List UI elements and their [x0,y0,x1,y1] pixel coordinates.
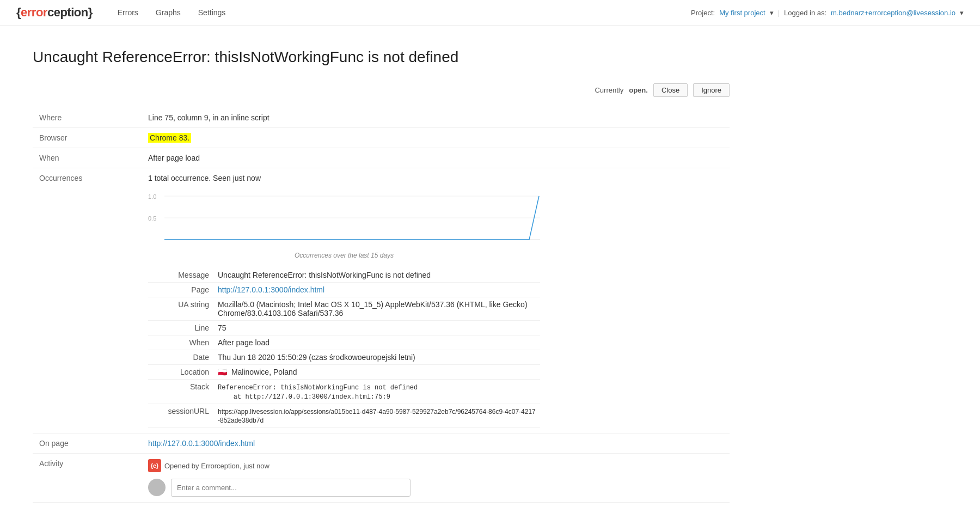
detail-location-label: Location [148,365,213,380]
occurrences-label: Occurrences [33,168,142,434]
occurrences-chart: 1.0 0.5 [148,188,540,248]
activity-content: {e} Opened by Errorception, just now [142,454,730,503]
nav-divider: | [778,9,780,17]
detail-location-value: 🇵🇱 Malinowice, Poland [213,365,540,380]
logo-brace-close: } [88,5,93,19]
detail-session-label: sessionURL [148,404,213,428]
detail-when-row: When After page load [148,335,540,350]
detail-when-value: After page load [213,335,540,350]
page-title: Uncaught ReferenceError: thisIsNotWorkin… [33,47,730,67]
occurrences-row: Occurrences 1 total occurrence. Seen jus… [33,168,730,434]
location-text: Malinowice, Poland [231,368,297,376]
navbar: {errorception} Errors Graphs Settings Pr… [0,0,980,26]
on-page-value: http://127.0.0.1:3000/index.html [142,434,730,454]
chart-caption: Occurrences over the last 15 days [148,252,540,259]
detail-page-label: Page [148,283,213,297]
comment-avatar [148,479,166,496]
browser-value: Chrome 83. [142,128,730,148]
status-value: open. [629,86,648,94]
detail-stack-value: ReferenceError: thisIsNotWorkingFunc is … [213,380,540,404]
logo-error-text: error [21,5,47,19]
detail-message-label: Message [148,268,213,283]
detail-message-value: Uncaught ReferenceError: thisIsNotWorkin… [213,268,540,283]
browser-row: Browser Chrome 83. [33,128,730,148]
detail-page-row: Page http://127.0.0.1:3000/index.html [148,283,540,297]
detail-when-label: When [148,335,213,350]
logo: {errorception} [16,5,93,20]
session-url-text: https://app.livesession.io/app/sessions/… [218,408,536,424]
detail-page-value: http://127.0.0.1:3000/index.html [213,283,540,297]
main-content: Uncaught ReferenceError: thisIsNotWorkin… [0,26,762,524]
nav-link-graphs[interactable]: Graphs [152,6,184,19]
when-row: When After page load [33,148,730,168]
stack-text: ReferenceError: thisIsNotWorkingFunc is … [218,384,418,401]
chart-y-label-1: 1.0 [148,193,156,200]
logged-in-label: Logged in as: [784,9,826,17]
detail-page-url[interactable]: http://127.0.0.1:3000/index.html [218,285,324,294]
logo-brace-open: { [16,5,21,19]
comment-area [148,479,723,497]
on-page-url[interactable]: http://127.0.0.1:3000/index.html [148,439,255,448]
when-value: After page load [142,148,730,168]
detail-stack-row: Stack ReferenceError: thisIsNotWorkingFu… [148,380,540,404]
nav-dropdown-project-icon[interactable]: ▾ [770,9,774,17]
user-email-link[interactable]: m.bednarz+errorception@livesession.io [831,9,955,17]
detail-date-row: Date Thu Jun 18 2020 15:50:29 (czas środ… [148,350,540,365]
browser-label: Browser [33,128,142,148]
activity-text: Opened by Errorception, just now [164,462,270,470]
chart-container: 1.0 0.5 Occurrences over the last 15 day… [148,188,540,259]
detail-ua-row: UA string Mozilla/5.0 (Macintosh; Intel … [148,297,540,321]
occurrences-content: 1 total occurrence. Seen just now 1.0 0.… [142,168,730,434]
detail-ua-label: UA string [148,297,213,321]
detail-location-row: Location 🇵🇱 Malinowice, Poland [148,365,540,380]
browser-highlight: Chrome 83. [148,133,191,143]
detail-line-row: Line 75 [148,321,540,335]
logo-ception-text: ception [47,5,88,19]
nav-right: Project: My first project ▾ | Logged in … [691,9,964,17]
on-page-row: On page http://127.0.0.1:3000/index.html [33,434,730,454]
nav-link-settings[interactable]: Settings [195,6,229,19]
project-label: Project: [691,9,715,17]
detail-date-value: Thu Jun 18 2020 15:50:29 (czas środkowoe… [213,350,540,365]
activity-entry: {e} Opened by Errorception, just now [148,459,723,472]
occurrence-detail: Message Uncaught ReferenceError: thisIsN… [148,268,540,428]
close-button[interactable]: Close [653,83,688,97]
status-label: Currently [595,86,623,94]
detail-session-row: sessionURL https://app.livesession.io/ap… [148,404,540,428]
detail-message-row: Message Uncaught ReferenceError: thisIsN… [148,268,540,283]
detail-ua-value: Mozilla/5.0 (Macintosh; Intel Mac OS X 1… [213,297,540,321]
comment-input[interactable] [171,479,411,497]
detail-line-label: Line [148,321,213,335]
where-row: Where Line 75, column 9, in an inline sc… [33,108,730,128]
nav-link-errors[interactable]: Errors [114,6,142,19]
where-label: Where [33,108,142,128]
nav-dropdown-user-icon[interactable]: ▾ [960,9,964,17]
location-flag: 🇵🇱 [218,368,227,376]
status-bar: Currently open. Close Ignore [33,83,730,97]
detail-stack-label: Stack [148,380,213,404]
activity-label: Activity [33,454,142,503]
details-table: Where Line 75, column 9, in an inline sc… [33,108,730,503]
on-page-label: On page [33,434,142,454]
project-name-link[interactable]: My first project [719,9,765,17]
ignore-button[interactable]: Ignore [693,83,730,97]
nav-links: Errors Graphs Settings [114,6,229,19]
occurrences-value: 1 total occurrence. Seen just now [148,174,723,182]
detail-date-label: Date [148,350,213,365]
activity-row: Activity {e} Opened by Errorception, jus… [33,454,730,503]
where-value: Line 75, column 9, in an inline script [142,108,730,128]
chart-y-label-2: 0.5 [148,215,156,222]
detail-session-value: https://app.livesession.io/app/sessions/… [213,404,540,428]
detail-line-value: 75 [213,321,540,335]
activity-icon: {e} [148,459,161,472]
when-label: When [33,148,142,168]
